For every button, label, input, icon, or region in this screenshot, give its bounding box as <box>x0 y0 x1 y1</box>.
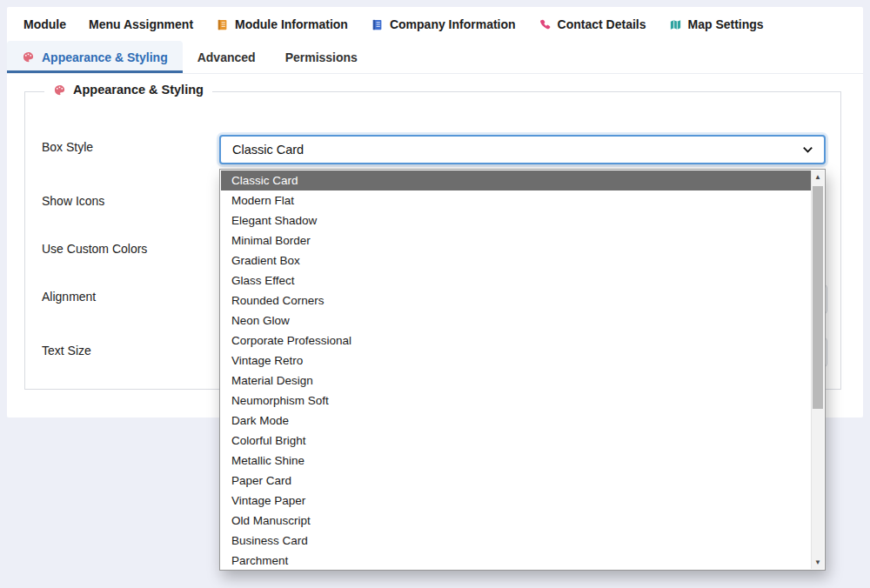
dropdown-option[interactable]: Neon Glow <box>221 311 811 331</box>
map-icon <box>669 18 682 31</box>
tab-map-settings-label: Map Settings <box>688 17 764 31</box>
tab-company-information[interactable]: Company Information <box>359 7 527 42</box>
tab-permissions-label: Permissions <box>285 50 358 64</box>
field-label-alignment: Alignment <box>42 290 96 304</box>
tab-advanced[interactable]: Advanced <box>183 41 271 73</box>
box-style-dropdown-list: Classic Card Modern Flat Elegant Shadow … <box>219 169 826 571</box>
scroll-up-button[interactable]: ▲ <box>812 170 824 184</box>
dropdown-option[interactable]: Material Design <box>221 371 811 391</box>
dropdown-option[interactable]: Glass Effect <box>221 271 811 291</box>
phone-icon <box>539 18 552 31</box>
dropdown-option[interactable]: Elegant Shadow <box>221 210 811 231</box>
field-label-use-custom-colors: Use Custom Colors <box>42 242 147 256</box>
dropdown-option[interactable]: Business Card <box>221 531 811 551</box>
dropdown-option[interactable]: Parchment <box>221 551 811 569</box>
tab-company-information-label: Company Information <box>390 17 516 31</box>
secondary-tab-bar: Appearance & Styling Advanced Permission… <box>7 41 863 74</box>
tab-contact-details-label: Contact Details <box>558 17 646 31</box>
module-settings-page: Module Menu Assignment Module Informatio… <box>0 0 870 588</box>
dropdown-option[interactable]: Minimal Border <box>221 231 811 251</box>
chevron-down-icon <box>801 144 814 157</box>
dropdown-option[interactable]: Dark Mode <box>221 411 811 431</box>
tab-appearance-styling[interactable]: Appearance & Styling <box>7 41 183 73</box>
box-style-select-value: Classic Card <box>232 143 304 157</box>
tab-module-information-label: Module Information <box>235 17 348 31</box>
tab-menu-assignment-label: Menu Assignment <box>89 17 193 31</box>
box-style-select[interactable]: Classic Card <box>219 135 826 164</box>
tab-module-label: Module <box>23 17 66 31</box>
ledger-icon <box>371 18 384 31</box>
dropdown-option[interactable]: Neumorphism Soft <box>221 391 811 411</box>
dropdown-options: Classic Card Modern Flat Elegant Shadow … <box>221 170 811 569</box>
dropdown-option[interactable]: Vintage Paper <box>221 491 811 511</box>
palette-icon <box>22 50 35 63</box>
tab-appearance-styling-label: Appearance & Styling <box>42 50 168 64</box>
dropdown-option[interactable]: Colorful Bright <box>221 431 811 451</box>
dropdown-option[interactable]: Rounded Corners <box>221 291 811 311</box>
book-icon <box>216 18 229 31</box>
tab-map-settings[interactable]: Map Settings <box>658 7 775 42</box>
dropdown-option[interactable]: Paper Card <box>221 471 811 491</box>
dropdown-option[interactable]: Old Manuscript <box>221 511 811 531</box>
dropdown-scrollbar[interactable]: ▲ ▼ <box>811 170 824 569</box>
palette-icon <box>53 84 66 97</box>
scrollbar-thumb[interactable] <box>813 186 823 409</box>
dropdown-option[interactable]: Metallic Shine <box>221 451 811 471</box>
scroll-down-button[interactable]: ▼ <box>812 556 824 569</box>
tab-menu-assignment[interactable]: Menu Assignment <box>77 7 204 42</box>
dropdown-option[interactable]: Corporate Professional <box>221 331 811 351</box>
field-label-text-size: Text Size <box>42 344 91 357</box>
tab-permissions[interactable]: Permissions <box>271 41 372 73</box>
tab-advanced-label: Advanced <box>197 50 256 64</box>
dropdown-option[interactable]: Modern Flat <box>221 190 811 210</box>
field-label-box-style: Box Style <box>42 140 93 154</box>
tab-contact-details[interactable]: Contact Details <box>527 7 658 42</box>
primary-tab-bar: Module Menu Assignment Module Informatio… <box>7 7 863 42</box>
tab-module-information[interactable]: Module Information <box>204 7 359 42</box>
fieldset-legend: Appearance & Styling <box>44 81 212 98</box>
dropdown-option[interactable]: Gradient Box <box>221 251 811 271</box>
dropdown-option[interactable]: Vintage Retro <box>221 351 811 371</box>
field-label-show-icons: Show Icons <box>42 194 104 208</box>
tab-module[interactable]: Module <box>12 7 77 42</box>
dropdown-option[interactable]: Classic Card <box>221 170 811 190</box>
fieldset-legend-label: Appearance & Styling <box>73 83 204 97</box>
